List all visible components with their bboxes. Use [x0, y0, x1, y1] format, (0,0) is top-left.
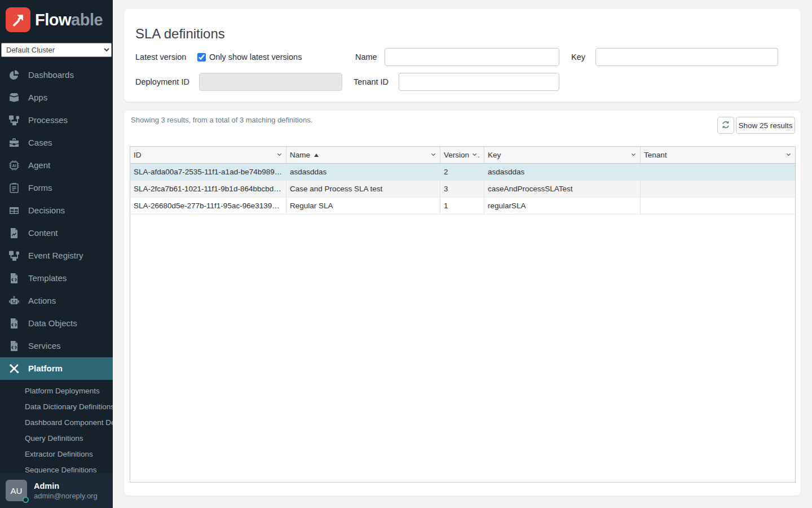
- chevron-down-icon[interactable]: [276, 151, 283, 159]
- sidebar-item-label: Processes: [28, 115, 68, 125]
- sidebar-item-label: Apps: [28, 93, 47, 102]
- cell-id: SLA-afda00a7-2535-11f1-a1ad-be74b989e...: [130, 164, 286, 180]
- user-menu[interactable]: AU Admin admin@noreply.org: [0, 473, 113, 508]
- cell-name: Regular SLA: [286, 198, 440, 214]
- sidebar-item-label: Forms: [28, 183, 52, 192]
- results-card: Showing 3 results, from a total of 3 mat…: [124, 111, 801, 496]
- sidebar-item-label: Data Objects: [28, 318, 77, 328]
- sidebar-item-cases[interactable]: Cases: [0, 132, 113, 154]
- sidebar-item-label: Event Registry: [28, 251, 83, 260]
- key-label: Key: [571, 48, 585, 66]
- cell-version: 1: [440, 198, 484, 214]
- sidebar-item-content[interactable]: Content: [0, 222, 113, 244]
- sidebar-item-label: Content: [28, 228, 58, 238]
- column-header-tenant[interactable]: Tenant: [641, 147, 795, 163]
- cell-key: asdasddas: [484, 164, 641, 180]
- cluster-select[interactable]: Default Cluster: [1, 43, 112, 57]
- name-input[interactable]: [385, 48, 559, 66]
- sidebar-nav: Dashboards Apps Processes Cases AI Agent: [0, 64, 113, 473]
- cell-tenant: [641, 181, 795, 197]
- sidebar-item-label: Actions: [28, 296, 56, 305]
- sidebar-item-label: Agent: [28, 160, 50, 170]
- cell-id: SLA-2fca7b61-1021-11f1-9b1d-864bbcbdb...: [130, 181, 286, 197]
- sidebar-item-services[interactable]: Services: [0, 335, 113, 357]
- page-title: SLA definitions: [135, 26, 225, 42]
- latest-version-checkbox[interactable]: [197, 53, 206, 62]
- sort-ascending-icon: [314, 154, 319, 157]
- table-row[interactable]: SLA-2fca7b61-1021-11f1-9b1d-864bbcbdb...…: [130, 181, 795, 198]
- user-email: admin@noreply.org: [34, 492, 98, 500]
- user-info: Admin admin@noreply.org: [34, 481, 98, 500]
- ai-chip-icon: AI: [8, 159, 20, 172]
- sidebar-item-data-objects[interactable]: Data Objects: [0, 312, 113, 335]
- subnav-item-platform-deployments[interactable]: Platform Deployments: [0, 383, 113, 399]
- subnav-item-sequence-definitions[interactable]: Sequence Definitions: [0, 462, 113, 473]
- column-header-name[interactable]: Name: [286, 147, 440, 163]
- table-row[interactable]: SLA-afda00a7-2535-11f1-a1ad-be74b989e...…: [130, 164, 795, 181]
- sidebar-item-forms[interactable]: Forms: [0, 177, 113, 199]
- chevron-down-icon[interactable]: [430, 151, 436, 159]
- tenant-id-input[interactable]: [399, 73, 559, 91]
- table-row[interactable]: SLA-26680d5e-277b-11f1-95ac-96e3139c1...…: [130, 198, 795, 214]
- cell-key: caseAndProcessSLATest: [484, 181, 641, 197]
- briefcase-icon: [8, 137, 20, 149]
- avatar: AU: [6, 480, 27, 501]
- column-header-version[interactable]: Version .: [440, 147, 484, 163]
- main-content: SLA definitions Latest version Only show…: [113, 0, 812, 508]
- svg-text:AI: AI: [12, 164, 16, 168]
- chevron-down-icon[interactable]: [785, 151, 792, 159]
- sitemap-icon: [8, 114, 20, 126]
- robot-icon: [8, 295, 20, 307]
- document-chart-icon: [8, 227, 20, 239]
- sidebar-item-processes[interactable]: Processes: [0, 109, 113, 132]
- refresh-button[interactable]: [717, 117, 734, 134]
- filters-card: SLA definitions Latest version Only show…: [124, 9, 801, 102]
- latest-version-checkbox-label: Only show latest versions: [209, 52, 302, 62]
- subnav-item-query-definitions[interactable]: Query Definitions: [0, 431, 113, 446]
- sitemap-icon: [8, 249, 20, 262]
- avatar-initials: AU: [11, 486, 23, 496]
- truncation-dot: .: [478, 151, 480, 159]
- deployment-id-input[interactable]: [199, 73, 342, 91]
- sidebar-item-label: Templates: [28, 273, 67, 283]
- file-code-icon: [8, 272, 20, 284]
- user-name: Admin: [34, 481, 98, 491]
- tenant-id-label: Tenant ID: [354, 73, 389, 91]
- sidebar-item-label: Cases: [28, 138, 52, 147]
- cell-version: 2: [440, 164, 484, 180]
- name-label: Name: [355, 48, 377, 66]
- subnav-item-dashboard-component-definitions[interactable]: Dashboard Component Definitions: [0, 415, 113, 431]
- sla-definitions-table: ID Name Version . Key T: [130, 146, 796, 483]
- flowable-logo-icon: [6, 7, 30, 32]
- column-header-id[interactable]: ID: [130, 147, 286, 163]
- file-code-icon: [8, 340, 20, 352]
- subnav-item-extractor-definitions[interactable]: Extractor Definitions: [0, 446, 113, 462]
- chevron-down-icon[interactable]: [630, 151, 637, 159]
- column-header-key[interactable]: Key: [484, 147, 641, 163]
- sidebar-item-apps[interactable]: Apps: [0, 86, 113, 109]
- sidebar-item-event-registry[interactable]: Event Registry: [0, 244, 113, 267]
- cell-tenant: [641, 198, 795, 214]
- sidebar-item-templates[interactable]: Templates: [0, 267, 113, 290]
- sidebar-item-decisions[interactable]: Decisions: [0, 199, 113, 222]
- results-summary: Showing 3 results, from a total of 3 mat…: [131, 116, 312, 124]
- sidebar-item-label: Platform: [28, 364, 63, 373]
- latest-version-label: Latest version: [135, 48, 186, 66]
- deployment-id-label: Deployment ID: [135, 73, 189, 91]
- box-icon: [8, 91, 20, 104]
- cell-name: asdasddas: [286, 164, 440, 180]
- sidebar-item-platform[interactable]: Platform: [0, 357, 113, 380]
- sidebar-item-actions[interactable]: Actions: [0, 290, 113, 312]
- subnav-item-data-dictionary-definitions[interactable]: Data Dictionary Definitions: [0, 399, 113, 415]
- platform-subnav: Platform Deployments Data Dictionary Def…: [0, 380, 113, 473]
- show-results-button[interactable]: Show 25 results: [736, 117, 795, 134]
- key-input[interactable]: [595, 48, 778, 66]
- pie-chart-icon: [8, 69, 20, 81]
- sidebar-item-dashboards[interactable]: Dashboards: [0, 64, 113, 86]
- chevron-down-icon[interactable]: [471, 151, 478, 159]
- file-code-icon: [8, 317, 20, 330]
- latest-version-checkbox-wrap: Only show latest versions: [197, 48, 302, 66]
- tools-icon: [8, 362, 20, 375]
- sidebar-item-agent[interactable]: AI Agent: [0, 154, 113, 177]
- cell-tenant: [641, 164, 795, 180]
